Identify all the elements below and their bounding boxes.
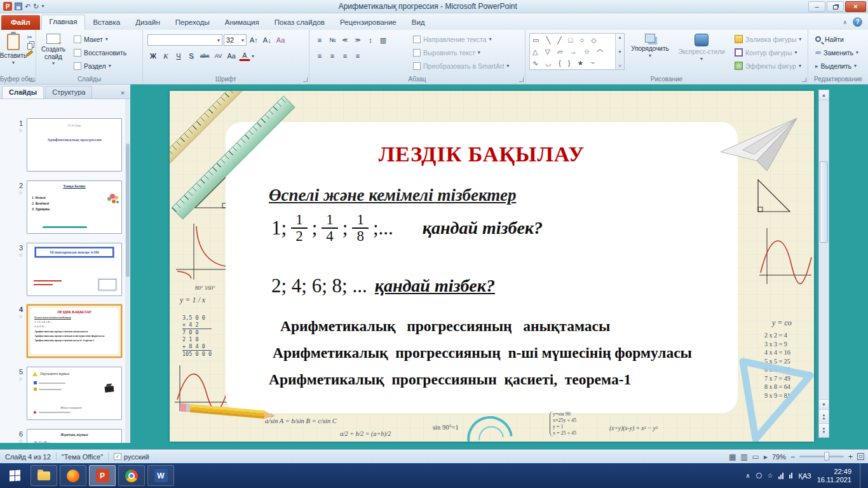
tray-status-icon[interactable] <box>756 473 762 478</box>
shapes-gallery[interactable]: ▭ ╲ ╱ □ ○ ◇ △ ▽ ▱ → ☆ ◠ ∿ ◡ { } ★ ~ ▲ ▼ … <box>529 33 625 70</box>
arrange-button[interactable]: Упорядочить ▾ <box>627 30 673 72</box>
taskbar-firefox[interactable] <box>60 465 86 486</box>
show-desktop-button[interactable] <box>860 463 863 488</box>
normal-view-button[interactable]: ▦ <box>729 452 736 461</box>
panel-close-icon[interactable]: × <box>118 89 127 97</box>
close-button[interactable]: × <box>845 1 866 12</box>
tab-home[interactable]: Главная <box>41 15 86 30</box>
align-text-button[interactable]: Выровнять текст▾ <box>411 46 511 58</box>
slide-thumbnail-3[interactable]: 3☆ Үй тапсырмасын тексеру №586 <box>0 243 125 300</box>
shapes-gallery-scrollbar[interactable]: ▲ ▼ ≡ <box>615 34 624 69</box>
slide-thumbnail-5[interactable]: 5☆ Оқулықпен жұмыс Жаңа тақырып <box>0 367 125 424</box>
zoom-slider-handle[interactable] <box>824 452 829 461</box>
align-left-button[interactable]: ≡ <box>314 50 325 62</box>
panel-scrollbar-thumb[interactable] <box>126 144 130 277</box>
zoom-slider[interactable] <box>799 456 844 458</box>
paragraph-dialog-launcher[interactable] <box>519 78 524 82</box>
minimize-ribbon-icon[interactable]: ∧ <box>843 19 847 25</box>
volume-icon[interactable] <box>789 473 792 478</box>
minimize-button[interactable]: – <box>808 1 825 12</box>
tray-expand-icon[interactable]: ∧ <box>745 472 750 479</box>
drawing-dialog-launcher[interactable] <box>802 78 806 82</box>
reset-slide-button[interactable]: Восстановить <box>72 46 128 58</box>
restore-button[interactable] <box>827 1 844 12</box>
fit-to-window-button[interactable] <box>857 453 864 460</box>
align-right-button[interactable]: ≡ <box>339 50 351 62</box>
italic-button[interactable]: К <box>160 50 172 62</box>
zoom-in-button[interactable]: + <box>848 452 853 461</box>
clear-formatting-button[interactable]: Аа <box>275 34 287 46</box>
font-name-combo[interactable]: ▾ <box>147 34 222 46</box>
cut-button[interactable]: ✂ <box>27 34 32 41</box>
slideshow-view-button[interactable]: ▸ <box>764 452 768 461</box>
slide-line-definition[interactable]: Арифметикалық прогрессияның анықтамасы <box>280 318 610 335</box>
slide-thumbnail-2[interactable]: 2☆ Топқа бөліну 1. Өспелі 2. Кемімелі 3.… <box>0 180 125 238</box>
change-case-button[interactable]: Aa <box>226 50 238 62</box>
slide-title[interactable]: ЛЕЗДІК БАҚЫЛАУ <box>226 142 738 166</box>
align-center-button[interactable]: ≡ <box>327 50 338 62</box>
copy-button[interactable] <box>27 43 32 50</box>
shapes-more-icon[interactable]: ≡ <box>618 64 621 68</box>
strikethrough-button[interactable]: abc <box>198 50 212 62</box>
shape-fill-button[interactable]: Заливка фигуры▾ <box>733 33 803 45</box>
save-icon[interactable] <box>15 3 22 10</box>
clipboard-dialog-launcher[interactable] <box>30 78 34 82</box>
tab-file[interactable]: Файл <box>1 15 40 30</box>
columns-button[interactable]: ▥ <box>377 34 389 46</box>
shrink-font-button[interactable]: А↓ <box>261 34 273 46</box>
undo-button[interactable]: ↶ <box>25 2 31 11</box>
shapes-row-1[interactable]: ▭ ╲ ╱ □ ○ ◇ <box>532 34 613 46</box>
new-slide-button[interactable]: ✦ Создать слайд ▾ <box>37 30 69 72</box>
scrollbar-thumb[interactable] <box>820 161 828 243</box>
qat-customize-button[interactable]: ▾ <box>41 2 44 11</box>
clock[interactable]: 22:49 16.11.2021 <box>817 468 851 484</box>
tab-slides-thumbnails[interactable]: Слайды <box>2 86 44 98</box>
powerpoint-app-icon[interactable]: P <box>3 2 12 11</box>
replace-button[interactable]: abЗаменить▾ <box>813 46 860 58</box>
language-switcher[interactable]: ҚАЗ <box>798 472 811 480</box>
sequence-even-line[interactable]: 2; 4; 6; 8; ... қандай тізбек? <box>271 274 495 297</box>
justify-button[interactable]: ≡ <box>352 50 363 62</box>
tab-outline[interactable]: Структура <box>45 86 92 98</box>
paste-button[interactable]: Вставить ▾ <box>1 30 26 72</box>
shapes-row-2[interactable]: △ ▽ ▱ → ☆ ◠ <box>532 46 613 57</box>
taskbar-chrome[interactable] <box>118 465 145 486</box>
grow-font-button[interactable]: А↑ <box>248 34 260 46</box>
taskbar-file-explorer[interactable] <box>31 465 57 486</box>
tray-star-icon[interactable]: ☆ <box>768 472 773 479</box>
find-button[interactable]: Найти <box>813 33 860 45</box>
decrease-indent-button[interactable]: ≪ <box>339 34 351 46</box>
slide-canvas[interactable]: 80° 160° y = 1 / x 3,5 0 0 × 4 2 7 0 0 2… <box>170 91 814 442</box>
shapes-scroll-down-icon[interactable]: ▼ <box>618 50 622 54</box>
line-spacing-button[interactable]: ↕ <box>365 34 376 46</box>
quick-styles-button[interactable]: Экспресс-стили ▾ <box>674 30 729 72</box>
tab-transitions[interactable]: Переходы <box>168 15 217 30</box>
zoom-out-button[interactable]: − <box>790 452 795 461</box>
taskbar-word[interactable]: W <box>147 465 174 486</box>
previous-slide-button[interactable]: ▲▲ <box>819 409 829 423</box>
slide-line-formula[interactable]: Арифметикалық прогрессияның n-ші мүшесін… <box>273 344 692 362</box>
tab-animation[interactable]: Анимация <box>217 15 267 30</box>
shape-outline-button[interactable]: Контур фигуры▾ <box>733 46 803 58</box>
reading-view-button[interactable]: ▭ <box>752 452 759 461</box>
convert-smartart-button[interactable]: Преобразовать в SmartArt▾ <box>411 60 511 72</box>
panel-scrollbar[interactable] <box>125 99 130 443</box>
section-button[interactable]: Раздел▾ <box>72 60 128 72</box>
next-slide-button[interactable]: ▼▼ <box>819 423 829 437</box>
spellcheck-icon[interactable]: ✓ <box>114 453 121 460</box>
sequence-fractions-line[interactable]: 1; 12 ; 14 ; 18 ;... қандай тізбек? <box>271 212 543 244</box>
slide-line-theorem[interactable]: Арифметикалық прогрессиянын қасиеті, тео… <box>269 371 631 388</box>
font-size-combo[interactable]: 32▾ <box>224 34 247 46</box>
tab-slideshow[interactable]: Показ слайдов <box>267 15 332 30</box>
layout-button[interactable]: Макет▾ <box>72 33 128 45</box>
help-icon[interactable]: ? <box>853 17 862 27</box>
slide-thumbnail-1[interactable]: 1☆ 17.11.21ж. Арифметикалық прогрессия <box>0 118 125 175</box>
tab-review[interactable]: Рецензирование <box>332 15 404 30</box>
scroll-up-button[interactable]: ▲ <box>819 90 829 100</box>
slide-subtitle[interactable]: Өспелі және кемімелі тізбектер <box>269 186 516 205</box>
tab-design[interactable]: Дизайн <box>128 15 168 30</box>
language-indicator[interactable]: русский <box>124 453 149 461</box>
slide-thumbnail-4-selected[interactable]: 4☆ ЛЕЗДІК БАҚЫЛАУ Өспелі және кемімелі т… <box>0 304 125 362</box>
network-icon[interactable] <box>778 473 783 479</box>
tab-view[interactable]: Вид <box>404 15 433 30</box>
